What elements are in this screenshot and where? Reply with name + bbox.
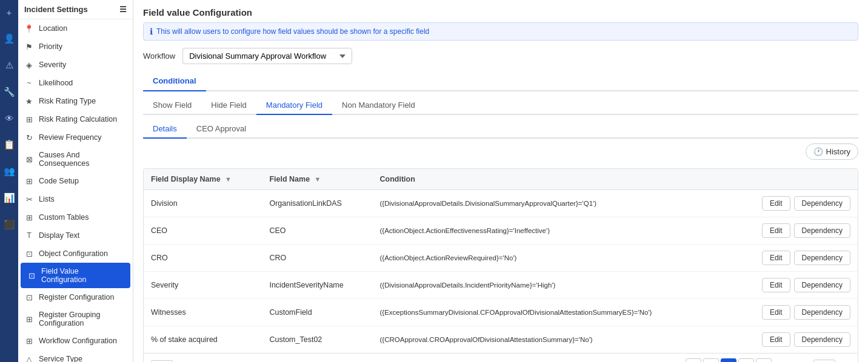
sidebar-icon-service-type: △ (24, 354, 34, 362)
edit-button[interactable]: Edit (762, 278, 790, 292)
sidebar-icon-causes: ⊠ (24, 154, 34, 164)
dependency-button[interactable]: Dependency (794, 305, 850, 320)
sidebar-item-service-type[interactable]: △ Service Type (18, 350, 133, 362)
last-page-btn[interactable]: » (756, 358, 772, 362)
sidebar-label-lists: Lists (39, 195, 55, 203)
sidebar-icon-custom-tables: ⊞ (24, 212, 34, 222)
sidebar-icon-location: 📍 (24, 24, 34, 33)
filter-icon-field-name[interactable]: ▼ (315, 176, 321, 183)
sidebar-label-object-configuration: Object Configuration (39, 249, 108, 258)
grid-icon[interactable]: ⬛ (1, 217, 18, 232)
workflow-select[interactable]: Divisional Summary Approval Workflow (182, 48, 352, 64)
sidebar-menu-icon[interactable]: ☰ (119, 5, 127, 14)
main-content: Field value Configuration ℹ This will al… (133, 0, 868, 362)
cell-field-name: Custom_Test02 (262, 326, 372, 354)
cell-condition: ({DivisionalApprovalDetails.DivisionalSu… (373, 190, 730, 217)
cell-display-name: % of stake acquired (144, 326, 262, 354)
edit-button[interactable]: Edit (762, 223, 790, 238)
page-title: Field value Configuration (143, 7, 858, 18)
sub-tab-mandatory-field[interactable]: Mandatory Field (256, 96, 332, 115)
sidebar-item-severity[interactable]: ◈ Severity (18, 56, 133, 74)
sub-tab-show-field[interactable]: Show Field (143, 96, 201, 115)
add-icon[interactable]: + (4, 5, 15, 20)
dependency-button[interactable]: Dependency (794, 332, 850, 347)
sidebar-item-review-frequency[interactable]: ↻ Review Frequency (18, 128, 133, 146)
doc-icon[interactable]: 📋 (1, 137, 18, 153)
cell-actions: Edit Dependency (729, 245, 858, 272)
cell-condition: ({ActionObject.ActionReviewRequired}='No… (373, 245, 730, 272)
col-condition: Condition (373, 169, 730, 190)
edit-button[interactable]: Edit (762, 305, 790, 320)
sidebar-label-register-configuration: Register Configuration (39, 293, 114, 301)
filter-icon-display-name[interactable]: ▼ (225, 176, 232, 183)
next-page-btn[interactable]: › (738, 358, 754, 362)
sidebar-item-causes[interactable]: ⊠ Causes And Consequences (18, 146, 133, 172)
edit-button[interactable]: Edit (762, 251, 790, 265)
left-icon-bar: + 👤 ⚠ 🔧 👁 📋 👥 📊 ⬛ (0, 0, 18, 362)
cell-condition: ({CROApproval.CROApprovalOfDivisionalAtt… (373, 326, 730, 354)
cell-actions: Edit Dependency (729, 217, 858, 245)
cell-display-name: Severity (144, 272, 262, 299)
sidebar-label-service-type: Service Type (39, 355, 82, 362)
sidebar-item-code-setup[interactable]: ⊞ Code Setup (18, 172, 133, 190)
sidebar-item-lists[interactable]: ✂ Lists (18, 190, 133, 208)
detail-tab-ceo-approval[interactable]: CEO Approval (187, 120, 256, 139)
sidebar: Incident Settings ☰ 📍 Location ⚑ Priorit… (18, 0, 133, 362)
detail-tab-details[interactable]: Details (143, 120, 187, 139)
prev-page-btn[interactable]: ‹ (703, 358, 719, 362)
alert-icon[interactable]: ⚠ (3, 58, 16, 73)
sidebar-item-register-configuration[interactable]: ⊡ Register Configuration (18, 288, 133, 306)
eye-icon[interactable]: 👁 (2, 111, 16, 126)
sidebar-nav: 📍 Location ⚑ Priority ◈ Severity ~ Likel… (18, 19, 133, 362)
sidebar-icon-field-value-configuration: ⊡ (27, 271, 36, 280)
sidebar-item-register-grouping[interactable]: ⊞ Register Grouping Configuration (18, 306, 133, 332)
tools-icon[interactable]: 🔧 (1, 84, 18, 100)
cell-condition: ({ActionObject.ActionEffectivenessRating… (373, 217, 730, 245)
dependency-button[interactable]: Dependency (794, 251, 850, 265)
page-1-btn[interactable]: 1 (721, 358, 736, 362)
sidebar-icon-review-frequency: ↻ (24, 133, 34, 142)
sub-tab-row: Show Field Hide Field Mandatory Field No… (143, 96, 858, 115)
cell-condition: ({DivisionalApprovalDetails.IncidentPrio… (373, 272, 730, 299)
table-body: Division OrganisationLinkDAS ({Divisiona… (144, 190, 858, 354)
cell-field-name: CustomField (262, 299, 372, 326)
sidebar-item-field-value-configuration[interactable]: ⊡ Field Value Configuration (21, 263, 130, 288)
go-to-input[interactable] (813, 360, 835, 362)
detail-tab-row: Details CEO Approval (143, 120, 858, 139)
sidebar-item-object-configuration[interactable]: ⊡ Object Configuration (18, 245, 133, 263)
sidebar-label-register-grouping: Register Grouping Configuration (39, 311, 127, 327)
edit-button[interactable]: Edit (762, 332, 790, 347)
user-icon[interactable]: 👤 (1, 31, 18, 47)
sidebar-label-location: Location (39, 24, 67, 33)
sidebar-label-likelihood: Likelihood (39, 79, 73, 87)
sidebar-item-risk-rating-calc[interactable]: ⊞ Risk Rating Calculation (18, 110, 133, 128)
sidebar-label-risk-rating-calc: Risk Rating Calculation (39, 115, 117, 123)
col-actions (729, 169, 858, 190)
sidebar-item-risk-rating-type[interactable]: ★ Risk Rating Type (18, 92, 133, 110)
sidebar-label-causes: Causes And Consequences (39, 151, 127, 168)
dependency-button[interactable]: Dependency (794, 196, 850, 211)
tab-conditional[interactable]: Conditional (143, 71, 206, 91)
sidebar-item-custom-tables[interactable]: ⊞ Custom Tables (18, 208, 133, 226)
sub-tab-non-mandatory-field[interactable]: Non Mandatory Field (332, 96, 425, 115)
users-icon[interactable]: 👥 (1, 163, 18, 179)
dependency-button[interactable]: Dependency (794, 278, 850, 292)
history-button[interactable]: 🕐 History (806, 143, 858, 160)
cell-display-name: Division (144, 190, 262, 217)
edit-button[interactable]: Edit (762, 196, 790, 211)
pagination-row: 10 25 50 Items per page 1 - 6 of 6 items… (144, 353, 858, 362)
sidebar-item-likelihood[interactable]: ~ Likelihood (18, 74, 133, 92)
dependency-button[interactable]: Dependency (794, 223, 850, 238)
sidebar-item-workflow-configuration[interactable]: ⊞ Workflow Configuration (18, 332, 133, 350)
sidebar-item-priority[interactable]: ⚑ Priority (18, 38, 133, 56)
sidebar-item-display-text[interactable]: T Display Text (18, 226, 133, 245)
first-page-btn[interactable]: « (686, 358, 701, 362)
sidebar-label-severity: Severity (39, 61, 66, 69)
sidebar-item-location[interactable]: 📍 Location (18, 19, 133, 38)
sub-tab-hide-field[interactable]: Hide Field (201, 96, 256, 115)
chart-icon[interactable]: 📊 (1, 190, 18, 206)
table-row: % of stake acquired Custom_Test02 ({CROA… (144, 326, 858, 354)
table-row: CRO CRO ({ActionObject.ActionReviewRequi… (144, 245, 858, 272)
main-tab-row: Conditional (143, 71, 858, 91)
pagination-right: « ‹ 1 › » Go to page of 1 (686, 358, 850, 362)
